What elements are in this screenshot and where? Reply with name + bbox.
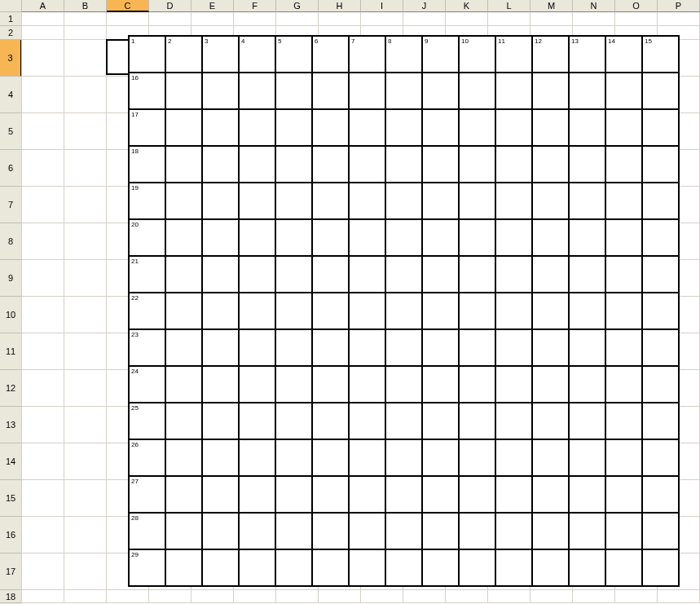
puzzle-cell[interactable] [275,476,312,513]
column-header-p[interactable]: P [658,0,700,12]
row-header-2[interactable]: 2 [0,26,22,40]
puzzle-cell[interactable]: 25 [129,403,165,439]
puzzle-cell[interactable] [605,366,642,403]
puzzle-cell[interactable] [569,109,605,146]
puzzle-cell[interactable]: 6 [312,36,349,73]
puzzle-cell[interactable] [275,73,312,109]
puzzle-cell[interactable] [349,549,385,586]
puzzle-cell[interactable]: 14 [605,36,642,73]
puzzle-cell[interactable] [312,476,349,513]
puzzle-cell[interactable] [569,476,605,513]
puzzle-cell[interactable] [495,403,532,439]
column-header-i[interactable]: I [361,0,403,12]
puzzle-cell[interactable] [312,513,349,549]
puzzle-cell[interactable] [569,403,605,439]
puzzle-cell[interactable] [532,293,569,329]
puzzle-cell[interactable] [605,73,642,109]
puzzle-cell[interactable]: 9 [422,36,459,73]
puzzle-cell[interactable] [165,109,202,146]
puzzle-cell[interactable] [459,256,495,293]
puzzle-cell[interactable] [495,366,532,403]
puzzle-cell[interactable] [312,366,349,403]
puzzle-cell[interactable] [422,146,459,183]
puzzle-cell[interactable] [532,183,569,219]
puzzle-cell[interactable] [532,513,569,549]
row-header-13[interactable]: 13 [0,407,22,443]
puzzle-cell[interactable] [422,256,459,293]
puzzle-cell[interactable] [312,219,349,256]
puzzle-cell[interactable] [202,329,239,366]
puzzle-cell[interactable] [312,293,349,329]
row-header-8[interactable]: 8 [0,223,22,260]
puzzle-cell[interactable] [495,256,532,293]
puzzle-cell[interactable] [569,73,605,109]
puzzle-cell[interactable] [459,329,495,366]
puzzle-cell[interactable] [312,256,349,293]
puzzle-cell[interactable] [422,366,459,403]
puzzle-cell[interactable] [495,549,532,586]
puzzle-cell[interactable]: 20 [129,219,165,256]
puzzle-cell[interactable] [532,146,569,183]
row-header-4[interactable]: 4 [0,77,22,113]
puzzle-cell[interactable] [642,293,679,329]
puzzle-cell[interactable]: 27 [129,476,165,513]
column-header-l[interactable]: L [488,0,531,12]
puzzle-grid-object[interactable]: 1234567891011121314151617181920212223242… [128,35,680,587]
puzzle-cell[interactable] [239,549,275,586]
puzzle-cell[interactable] [202,256,239,293]
puzzle-cell[interactable]: 4 [239,36,275,73]
puzzle-cell[interactable] [312,549,349,586]
puzzle-cell[interactable] [165,439,202,476]
puzzle-cell[interactable] [239,256,275,293]
puzzle-cell[interactable] [385,329,422,366]
column-header-c[interactable]: C [107,0,149,12]
puzzle-cell[interactable] [605,219,642,256]
puzzle-cell[interactable] [385,183,422,219]
puzzle-cell[interactable] [385,293,422,329]
puzzle-cell[interactable] [202,183,239,219]
puzzle-cell[interactable] [275,293,312,329]
puzzle-cell[interactable] [165,366,202,403]
puzzle-cell[interactable] [642,329,679,366]
puzzle-cell[interactable]: 12 [532,36,569,73]
column-header-j[interactable]: J [403,0,446,12]
puzzle-cell[interactable] [275,403,312,439]
puzzle-cell[interactable] [532,73,569,109]
puzzle-cell[interactable] [422,219,459,256]
puzzle-cell[interactable] [605,256,642,293]
puzzle-cell[interactable] [239,109,275,146]
puzzle-cell[interactable] [312,73,349,109]
puzzle-cell[interactable] [422,513,459,549]
puzzle-cell[interactable] [642,476,679,513]
puzzle-cell[interactable] [202,73,239,109]
puzzle-cell[interactable] [495,476,532,513]
puzzle-cell[interactable] [202,549,239,586]
puzzle-cell[interactable] [239,183,275,219]
column-header-d[interactable]: D [149,0,192,12]
row-header-12[interactable]: 12 [0,370,22,407]
puzzle-cell[interactable] [275,183,312,219]
puzzle-cell[interactable] [459,513,495,549]
puzzle-cell[interactable] [459,293,495,329]
puzzle-cell[interactable] [239,146,275,183]
puzzle-cell[interactable] [202,219,239,256]
puzzle-cell[interactable] [165,146,202,183]
puzzle-cell[interactable] [569,513,605,549]
puzzle-cell[interactable] [459,549,495,586]
row-header-7[interactable]: 7 [0,187,22,223]
puzzle-cell[interactable]: 16 [129,73,165,109]
puzzle-cell[interactable] [239,403,275,439]
puzzle-cell[interactable] [385,549,422,586]
puzzle-cell[interactable] [202,403,239,439]
row-header-3[interactable]: 3 [0,40,22,77]
puzzle-cell[interactable] [202,109,239,146]
puzzle-cell[interactable] [349,219,385,256]
puzzle-cell[interactable] [605,329,642,366]
puzzle-cell[interactable] [385,73,422,109]
column-header-b[interactable]: B [64,0,107,12]
puzzle-cell[interactable] [275,549,312,586]
row-header-11[interactable]: 11 [0,333,22,370]
puzzle-cell[interactable] [422,73,459,109]
puzzle-cell[interactable] [532,549,569,586]
puzzle-cell[interactable] [349,476,385,513]
